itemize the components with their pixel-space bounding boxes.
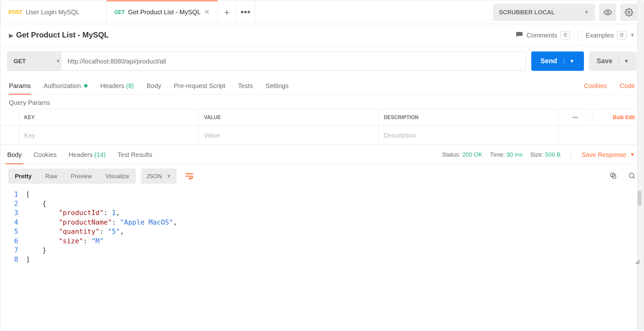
column-header-value: VALUE [199, 109, 379, 125]
code-token: : [104, 209, 112, 217]
line-number: 4 [0, 218, 26, 227]
response-tab-test-results[interactable]: Test Results [116, 145, 154, 164]
response-headers-count: (14) [94, 151, 106, 158]
tab-headers[interactable]: Headers (8) [100, 77, 134, 94]
code-token: "5" [108, 227, 120, 235]
tab-overflow-button[interactable]: ••• [236, 0, 255, 24]
chevron-down-icon: ▼ [630, 32, 635, 38]
tab-tests[interactable]: Tests [238, 77, 253, 94]
comment-icon [516, 31, 523, 39]
send-button[interactable]: Send ▼ [531, 51, 584, 71]
copy-response-button[interactable] [609, 172, 617, 180]
save-button[interactable]: Save ▼ [589, 51, 637, 71]
view-pretty[interactable]: Pretty [8, 168, 38, 184]
response-tab-body[interactable]: Body [5, 145, 23, 164]
line-number: 5 [0, 227, 26, 236]
code-token: : [112, 218, 120, 226]
view-raw[interactable]: Raw [38, 168, 64, 184]
response-body[interactable]: 1 [ 2 { 3 "productId": 1, 4 "productName… [0, 188, 643, 268]
time-label: Time: [490, 151, 505, 158]
response-tab-headers[interactable]: Headers (14) [67, 145, 107, 164]
chevron-down-icon: ▼ [56, 58, 61, 64]
search-response-button[interactable] [628, 172, 636, 180]
environment-quicklook-button[interactable] [599, 3, 616, 20]
code-token: , [116, 209, 120, 217]
cookies-link[interactable]: Cookies [584, 82, 607, 89]
view-visualize[interactable]: Visualize [99, 168, 136, 184]
code-token: } [42, 246, 46, 254]
row-drag-handle-column [0, 109, 19, 125]
wrap-lines-toggle[interactable] [182, 168, 197, 184]
send-button-label: Send [540, 57, 557, 65]
tab-authorization[interactable]: Authorization [44, 77, 87, 94]
qp-value-input[interactable] [204, 132, 373, 139]
tab-title: Get Product List - MySQL [128, 9, 201, 16]
wrap-icon [185, 172, 194, 181]
row-handle[interactable] [0, 126, 19, 144]
request-url-input[interactable] [62, 51, 526, 71]
scrollbar-thumb[interactable] [637, 191, 641, 206]
comments-button[interactable]: Comments 0 [516, 31, 570, 39]
qp-key-input[interactable] [24, 132, 193, 139]
resize-handle-icon[interactable] [633, 258, 641, 265]
line-number: 1 [0, 190, 26, 199]
code-token: "M" [91, 237, 104, 245]
divider [578, 29, 578, 41]
method-badge: GET [114, 9, 125, 15]
size-label: Size: [530, 151, 544, 158]
code-link[interactable]: Code [620, 82, 635, 89]
size-value: 506 B [545, 151, 561, 158]
qp-description-input[interactable] [384, 132, 553, 139]
code-token: { [42, 199, 46, 207]
tab-params[interactable]: Params [9, 77, 31, 94]
code-token: 1 [112, 209, 116, 217]
save-split-button[interactable]: ▼ [618, 58, 629, 64]
code-token: : [99, 227, 108, 235]
save-response-label: Save Response [581, 151, 626, 158]
http-method-select[interactable]: GET ▼ [7, 51, 67, 71]
tab-user-login-mysql[interactable]: POST User Login MySQL [0, 0, 106, 24]
code-indent [26, 218, 58, 226]
time-value: 30 ms [506, 151, 523, 158]
save-button-label: Save [597, 57, 613, 65]
svg-line-8 [638, 262, 640, 264]
tab-get-product-list[interactable]: GET Get Product List - MySQL ✕ [106, 0, 217, 24]
line-number: 7 [0, 246, 26, 255]
examples-button[interactable]: Examples 0 ▼ [586, 31, 635, 39]
response-format-select[interactable]: JSON ▼ [141, 168, 176, 184]
svg-point-5 [629, 173, 634, 177]
tab-prerequest-script[interactable]: Pre-request Script [174, 77, 225, 94]
disclosure-triangle-icon[interactable]: ▶ [9, 32, 14, 38]
view-preview[interactable]: Preview [64, 168, 99, 184]
code-token: , [120, 227, 124, 235]
query-params-table: KEY VALUE DESCRIPTION ••• Bulk Edit [0, 109, 643, 145]
environment-name: SCRUBBER LOCAL [499, 9, 555, 15]
tab-title: User Login MySQL [26, 9, 79, 16]
response-view-mode: Pretty Raw Preview Visualize [8, 168, 136, 184]
save-response-button[interactable]: Save Response ▼ [581, 151, 638, 158]
send-split-button[interactable]: ▼ [564, 58, 574, 64]
bulk-edit-link[interactable]: Bulk Edit [593, 109, 643, 125]
code-token: "Apple MacOS" [120, 218, 173, 226]
settings-button[interactable] [620, 3, 637, 20]
line-number: 3 [0, 208, 26, 218]
code-token: , [173, 218, 177, 226]
new-tab-button[interactable]: ＋ [218, 0, 236, 24]
response-tab-cookies[interactable]: Cookies [32, 145, 58, 164]
gear-icon [625, 8, 633, 17]
line-number: 6 [0, 236, 26, 246]
query-params-row [0, 126, 643, 145]
comments-label: Comments [526, 31, 557, 39]
column-options-button[interactable]: ••• [558, 109, 593, 125]
environment-select[interactable]: SCRUBBER LOCAL ▼ [493, 3, 595, 20]
request-name: Get Product List - MySQL [16, 30, 109, 39]
tab-settings[interactable]: Settings [266, 77, 289, 94]
svg-point-0 [606, 11, 609, 13]
code-token: "quantity" [58, 227, 99, 235]
tab-body[interactable]: Body [147, 77, 161, 94]
tab-authorization-label: Authorization [44, 82, 81, 89]
close-icon[interactable]: ✕ [204, 9, 209, 15]
line-number: 2 [0, 199, 26, 208]
chevron-down-icon: ▼ [584, 9, 589, 15]
window-scrollbar[interactable] [637, 0, 643, 330]
